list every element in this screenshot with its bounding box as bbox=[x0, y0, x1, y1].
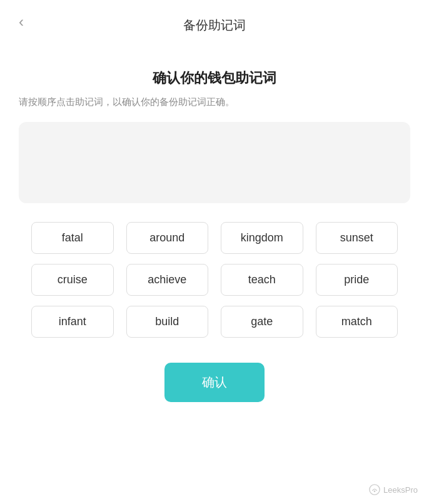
word-btn-sunset[interactable]: sunset bbox=[316, 222, 398, 254]
svg-point-0 bbox=[370, 485, 380, 495]
word-btn-teach[interactable]: teach bbox=[221, 264, 303, 296]
brand-icon bbox=[369, 484, 380, 495]
main-content: 确认你的钱包助记词 请按顺序点击助记词，以确认你的备份助记词正确。 fatal … bbox=[0, 44, 429, 415]
word-btn-match[interactable]: match bbox=[316, 306, 398, 338]
page-header: ‹ 备份助记词 bbox=[0, 0, 429, 44]
page-title: 确认你的钱包助记词 bbox=[19, 69, 410, 88]
word-btn-fatal[interactable]: fatal bbox=[31, 222, 114, 254]
svg-point-1 bbox=[374, 490, 376, 492]
word-btn-build[interactable]: build bbox=[126, 306, 209, 338]
word-btn-gate[interactable]: gate bbox=[221, 306, 303, 338]
confirm-area: 确认 bbox=[19, 363, 410, 402]
selected-words-area bbox=[19, 122, 410, 203]
word-btn-infant[interactable]: infant bbox=[31, 306, 114, 338]
back-button[interactable]: ‹ bbox=[13, 10, 30, 34]
word-btn-cruise[interactable]: cruise bbox=[31, 264, 114, 296]
word-grid: fatal around kingdom sunset cruise achie… bbox=[19, 222, 410, 338]
word-row-2: cruise achieve teach pride bbox=[25, 264, 404, 296]
word-btn-kingdom[interactable]: kingdom bbox=[221, 222, 303, 254]
word-btn-around[interactable]: around bbox=[126, 222, 209, 254]
header-title: 备份助记词 bbox=[183, 17, 246, 34]
word-btn-achieve[interactable]: achieve bbox=[126, 264, 209, 296]
brand-label: LeeksPro bbox=[383, 485, 418, 495]
word-row-1: fatal around kingdom sunset bbox=[25, 222, 404, 254]
page-subtitle: 请按顺序点击助记词，以确认你的备份助记词正确。 bbox=[19, 95, 410, 109]
footer-brand: LeeksPro bbox=[369, 484, 418, 495]
word-btn-pride[interactable]: pride bbox=[316, 264, 398, 296]
word-row-3: infant build gate match bbox=[25, 306, 404, 338]
confirm-button[interactable]: 确认 bbox=[164, 363, 265, 402]
